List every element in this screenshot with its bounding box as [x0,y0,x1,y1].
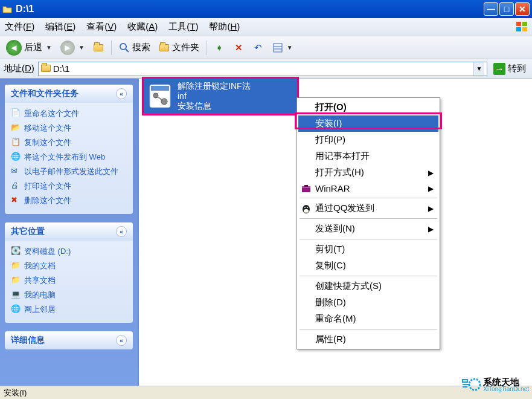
address-label: 地址(D) [4,63,34,74]
separator [300,218,437,219]
back-icon: ◄ [6,40,22,56]
address-bar: 地址(D) ▼ → 转到 [0,59,532,79]
file-ext: inf [178,91,251,102]
ctx-copy[interactable]: 复制(C) [298,258,438,274]
separator [300,329,437,329]
delete-icon: ✖ [11,195,21,205]
task-move[interactable]: 📂移动这个文件 [11,121,127,135]
delete-button[interactable]: ✕ [231,41,247,54]
places-panel-body: 💽资料磁盘 (D:) 📁我的文档 📁共享文档 💻我的电脑 🌐网上邻居 [5,241,133,323]
svg-point-19 [307,207,308,208]
ctx-cut[interactable]: 剪切(T) [298,241,438,258]
ctx-winrar[interactable]: WinRAR▶ [298,181,438,196]
place-computer[interactable]: 💻我的电脑 [11,288,127,302]
menu-bar: 文件(F) 编辑(E) 查看(V) 收藏(A) 工具(T) 帮助(H) [0,18,532,36]
ctx-shortcut[interactable]: 创建快捷方式(S) [298,278,438,294]
separator [300,198,437,198]
ctx-open[interactable]: 打开(O) [298,99,438,115]
ctx-qq-send[interactable]: 通过QQ发送到▶ [298,200,438,216]
move-to-button[interactable]: ➧ [212,41,228,54]
task-delete[interactable]: ✖删除这个文件 [11,193,127,208]
back-label: 后退 [24,42,42,53]
maximize-button[interactable]: □ [499,2,514,16]
address-input-wrap[interactable]: ▼ [38,62,487,76]
file-item-selected[interactable]: 解除注册锁定INF法 inf 安装信息 [144,79,297,114]
search-icon [119,42,130,53]
up-button[interactable] [91,41,106,54]
menu-file[interactable]: 文件(F) [5,21,34,33]
back-button[interactable]: ◄ 后退 ▼ [4,39,54,57]
ctx-print[interactable]: 打印(P) [298,132,438,148]
menu-edit[interactable]: 编辑(E) [45,21,75,33]
chevron-down-icon: ▼ [46,44,52,51]
separator [111,41,112,55]
task-copy[interactable]: 📋复制这个文件 [11,135,127,150]
task-email[interactable]: ✉以电子邮件形式发送此文件 [11,164,127,179]
ctx-send-to[interactable]: 发送到(N)▶ [298,221,438,237]
go-button[interactable]: → 转到 [491,62,528,76]
ctx-properties[interactable]: 属性(R) [298,331,438,348]
task-publish[interactable]: 🌐将这个文件发布到 Web [11,150,127,164]
window-title: D:\1 [16,4,484,15]
ctx-rename[interactable]: 重命名(M) [298,311,438,327]
folders-button[interactable]: 文件夹 [156,41,202,54]
ctx-notepad[interactable]: 用记事本打开 [298,148,438,164]
task-label: 将这个文件发布到 Web [24,152,105,163]
ctx-label: 安装(I) [315,118,342,129]
tasks-panel-title: 文件和文件夹任务 [11,88,79,99]
tasks-panel-header[interactable]: 文件和文件夹任务 « [5,85,133,103]
details-panel-header[interactable]: 详细信息 « [5,331,133,349]
task-print[interactable]: 🖨打印这个文件 [11,179,127,193]
ctx-label: 通过QQ发送到 [315,203,374,214]
folders-icon [159,42,170,53]
drive-icon: 💽 [11,246,21,256]
place-network[interactable]: 🌐网上邻居 [11,302,127,317]
inf-file-icon [147,83,173,109]
main-area: 文件和文件夹任务 « 📄重命名这个文件 📂移动这个文件 📋复制这个文件 🌐将这个… [0,79,532,386]
places-panel-header[interactable]: 其它位置 « [5,222,133,241]
undo-button[interactable]: ↶ [251,41,266,54]
file-type: 安装信息 [178,101,251,111]
svg-rect-1 [522,22,527,26]
submenu-arrow-icon: ▶ [428,225,434,233]
copy-icon: 📋 [11,137,21,147]
undo-icon: ↶ [253,42,264,53]
submenu-arrow-icon: ▶ [428,169,434,177]
search-button[interactable]: 搜索 [117,41,153,54]
place-drive[interactable]: 💽资料磁盘 (D:) [11,244,127,259]
forward-button[interactable]: ► ▼ [58,39,87,56]
minimize-button[interactable]: — [484,2,498,16]
move-icon: ➧ [214,42,225,53]
up-folder-icon [93,42,104,53]
views-button[interactable]: ▼ [270,41,295,54]
sidebar: 文件和文件夹任务 « 📄重命名这个文件 📂移动这个文件 📋复制这个文件 🌐将这个… [0,79,138,386]
menu-view[interactable]: 查看(V) [86,21,117,33]
collapse-icon: « [116,335,127,346]
places-panel: 其它位置 « 💽资料磁盘 (D:) 📁我的文档 📁共享文档 💻我的电脑 🌐网上邻… [5,222,133,323]
web-icon: 🌐 [11,152,21,161]
search-label: 搜索 [132,42,150,53]
svg-rect-2 [516,27,521,31]
tasks-panel: 文件和文件夹任务 « 📄重命名这个文件 📂移动这个文件 📋复制这个文件 🌐将这个… [5,85,133,214]
winrar-icon [301,183,312,194]
context-menu: 打开(O) 安装(I) 打印(P) 用记事本打开 打开方式(H)▶ WinRAR… [296,97,440,349]
task-rename[interactable]: 📄重命名这个文件 [11,106,127,121]
details-panel-title: 详细信息 [11,335,45,346]
menu-help[interactable]: 帮助(H) [209,21,240,33]
menu-favorites[interactable]: 收藏(A) [127,21,158,33]
close-button[interactable]: ✕ [515,2,530,16]
menu-tools[interactable]: 工具(T) [168,21,198,33]
svg-rect-6 [274,44,282,52]
ctx-open-with[interactable]: 打开方式(H)▶ [298,164,438,181]
ctx-label: 发送到(N) [315,223,355,235]
place-shared[interactable]: 📁共享文档 [11,273,127,288]
ctx-install[interactable]: 安装(I) [298,115,438,132]
status-bar: 安装(I) [0,386,532,399]
status-text: 安装(I) [4,388,27,398]
task-label: 以电子邮件形式发送此文件 [24,166,118,177]
place-documents[interactable]: 📁我的文档 [11,259,127,273]
go-label: 转到 [508,63,526,74]
address-dropdown[interactable]: ▼ [473,62,484,76]
address-input[interactable] [53,63,471,74]
ctx-delete[interactable]: 删除(D) [298,294,438,311]
